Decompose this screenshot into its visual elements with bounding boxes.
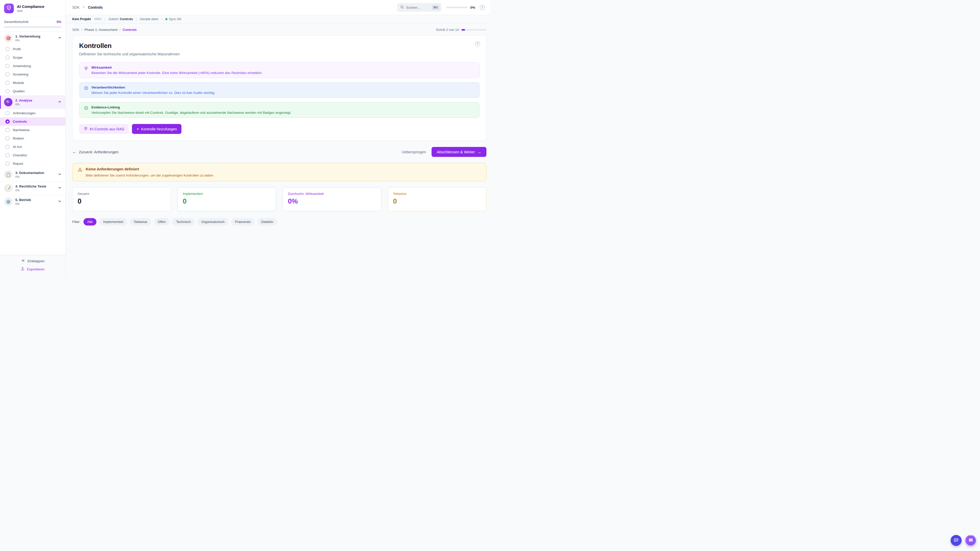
- sidebar-section-betrieb[interactable]: ⚙️ 5. Betrieb 0%: [0, 195, 65, 208]
- stat-value: 0: [183, 197, 271, 205]
- sidebar-section-rechtliche-texte[interactable]: 📝 4. Rechtliche Texte 0%: [0, 181, 65, 195]
- stat-card-implementiert: Implementiert 0: [177, 187, 276, 211]
- sidebar-item-checklist[interactable]: Checklist: [0, 151, 65, 159]
- plus-icon: +: [137, 127, 139, 131]
- sidebar-item-label: Scope: [13, 56, 22, 59]
- sidebar-item-report[interactable]: Report: [0, 159, 65, 168]
- sync-status: Sync OK: [165, 17, 181, 21]
- overall-progress: Gesamtfortschritt 0%: [0, 17, 65, 32]
- skip-button[interactable]: Ueberspringen: [402, 150, 426, 154]
- filter-chip-offen[interactable]: Offen: [154, 218, 170, 225]
- back-button[interactable]: ← Zurueck: Anforderungen: [72, 150, 119, 154]
- page-breadcrumb: SDK / Phase 1: Assessment / Controls: [72, 28, 137, 32]
- tip-wirksamkeit: Wirksamkeit Bewerten Sie die Wirksamkeit…: [79, 62, 479, 78]
- filter-chip-alle[interactable]: Alle: [83, 218, 97, 225]
- topbar: SDK Controls ⌘K 0% ?: [65, 0, 490, 15]
- tip-text: Weisen Sie jeder Kontrolle einen Verantw…: [91, 91, 215, 95]
- section-label: 5. Betrieb: [15, 198, 31, 202]
- last-saved-time: Gerade eben: [140, 17, 159, 21]
- radio-icon: [5, 162, 10, 166]
- last-step: Zuletzt: Controls: [108, 17, 133, 21]
- stat-label: Gesamt: [78, 192, 165, 196]
- search-input[interactable]: [406, 6, 430, 10]
- sidebar-item-label: Module: [13, 81, 24, 85]
- filter-chip-organisatorisch[interactable]: Organisatorisch: [197, 218, 228, 225]
- sidebar-footer: Einklappen Exportieren: [0, 255, 65, 275]
- sidebar-item-scope[interactable]: Scope: [0, 53, 65, 62]
- sidebar-item-module[interactable]: Module: [0, 79, 65, 87]
- breadcrumb-separator: /: [119, 28, 121, 32]
- sidebar-item-quellen[interactable]: Quellen: [0, 87, 65, 95]
- help-icon[interactable]: ?: [480, 5, 485, 10]
- search-box[interactable]: ⌘K: [397, 3, 442, 12]
- sidebar-item-risiken[interactable]: Risiken: [0, 134, 65, 143]
- step-progress-bar: [461, 29, 487, 30]
- double-chevron-left-icon: [21, 259, 25, 264]
- sidebar-item-controls[interactable]: Controls: [0, 118, 65, 126]
- chevron-up-icon: [58, 36, 62, 41]
- keyboard-shortcut-badge: ⌘K: [431, 5, 439, 10]
- main-column: SDK Controls ⌘K 0% ? Kein Projekt V001: [65, 0, 490, 275]
- filter-chip-praeventiv[interactable]: Praeventiv: [231, 218, 255, 225]
- sidebar-item-nachweise[interactable]: Nachweise: [0, 126, 65, 134]
- section-label: 1. Vorbereitung: [15, 35, 40, 38]
- divider: [162, 17, 162, 21]
- finish-next-button[interactable]: Abschliessen & Weiter →: [431, 147, 487, 157]
- page-subtitle: Definieren Sie technische und organisato…: [79, 52, 479, 56]
- breadcrumb-sdk[interactable]: SDK: [72, 28, 80, 32]
- add-control-button[interactable]: + Kontrolle hinzufuegen: [132, 124, 181, 134]
- search-icon: [400, 5, 404, 10]
- warning-triangle-icon: [78, 167, 83, 177]
- ai-controls-button[interactable]: KI-Controls aus RAG: [79, 124, 129, 134]
- overall-progress-label: Gesamtfortschritt: [4, 20, 28, 24]
- sidebar-item-label: AI Act: [13, 145, 22, 149]
- sidebar-item-anwendung[interactable]: Anwendung: [0, 62, 65, 70]
- radio-icon: [5, 153, 10, 157]
- sidebar-section-vorbereitung[interactable]: 🎯 1. Vorbereitung 0%: [0, 32, 65, 45]
- filter-label: Filter:: [72, 220, 81, 224]
- sidebar: AI Compliance SDK Gesamtfortschritt 0% 🎯…: [0, 0, 65, 275]
- sidebar-item-profil[interactable]: Profil: [0, 45, 65, 53]
- breadcrumb-separator: /: [81, 28, 83, 32]
- stat-value: 0: [78, 197, 165, 205]
- chevron-right-icon: [82, 5, 86, 10]
- sidebar-header: AI Compliance SDK: [0, 0, 65, 17]
- radio-selected-icon: [5, 119, 10, 124]
- filter-chip-implementiert[interactable]: Implementiert: [99, 218, 127, 225]
- filter-chip-technisch[interactable]: Technisch: [172, 218, 195, 225]
- sidebar-item-label: Quellen: [13, 89, 25, 93]
- sidebar-item-anforderungen[interactable]: Anforderungen: [0, 109, 65, 118]
- tip-title: Evidence-Linking: [91, 105, 291, 109]
- sidebar-section-dokumentation[interactable]: 📋 3. Dokumentation 0%: [0, 168, 65, 181]
- sidebar-item-label: Anwendung: [13, 64, 31, 68]
- memo-emoji-icon: 📝: [4, 184, 13, 192]
- sidebar-item-ai-act[interactable]: AI Act: [0, 143, 65, 151]
- sidebar-section-analyse[interactable]: 🔍 2. Analyse 0%: [0, 95, 65, 109]
- upload-icon: [21, 267, 24, 272]
- app-logo: [4, 3, 14, 13]
- lightbulb-icon: [84, 66, 88, 71]
- collapse-sidebar-button[interactable]: Einklappen: [21, 259, 45, 264]
- divider: [136, 17, 137, 21]
- sync-ok-dot-icon: [165, 18, 167, 20]
- filter-chip-detektiv[interactable]: Detektiv: [258, 218, 277, 225]
- filter-chip-teilweise[interactable]: Teilweise: [130, 218, 151, 225]
- breadcrumb-phase[interactable]: Phase 1: Assessment: [84, 28, 118, 32]
- sidebar-item-label: Risiken: [13, 137, 24, 140]
- tip-text: Bewerten Sie die Wirksamkeit jeder Kontr…: [91, 71, 262, 75]
- check-circle-icon: [84, 106, 88, 111]
- radio-icon: [5, 81, 10, 85]
- export-button[interactable]: Exportieren: [21, 267, 45, 272]
- page-title: Kontrollen: [79, 42, 479, 50]
- sidebar-item-screening[interactable]: Screening: [0, 70, 65, 79]
- stat-label: Teilweise: [393, 192, 481, 196]
- radio-icon: [5, 144, 10, 149]
- radio-icon: [5, 136, 10, 141]
- breadcrumb-root[interactable]: SDK: [72, 5, 80, 10]
- card-help-icon[interactable]: ?: [475, 41, 480, 46]
- topbar-progress: 0%: [446, 6, 475, 10]
- card-actions: KI-Controls aus RAG + Kontrolle hinzufue…: [79, 124, 479, 134]
- app-root: AI Compliance SDK Gesamtfortschritt 0% 🎯…: [0, 0, 490, 275]
- clipboard-emoji-icon: 📋: [4, 170, 13, 179]
- breadcrumb-current: Controls: [88, 5, 103, 10]
